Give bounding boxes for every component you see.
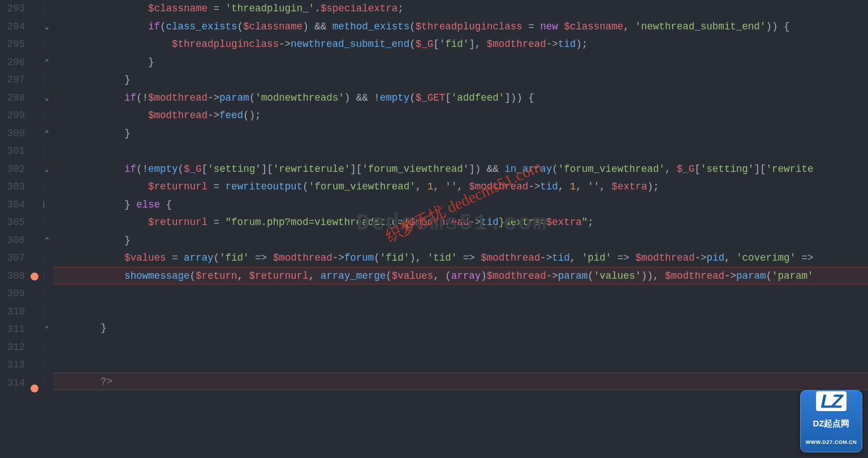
breakpoint-slot[interactable] (28, 89, 41, 107)
fold-marker[interactable]: ⎸ (41, 0, 53, 18)
line-number[interactable]: 293 (0, 0, 25, 18)
fold-marker[interactable]: ⌄ (41, 18, 53, 36)
breakpoint-slot[interactable] (28, 54, 41, 72)
logo-text-url: WWW.DZ7.COM.CN (806, 434, 857, 452)
code-line[interactable]: $classname = 'threadplugin_'.$specialext… (53, 0, 868, 18)
code-editor[interactable]: 2932942952962972982993003013023033043053… (0, 0, 868, 458)
code-line[interactable] (53, 355, 868, 373)
fold-marker[interactable]: ⎸ (41, 339, 53, 357)
line-number[interactable]: 296 (0, 54, 25, 72)
fold-marker[interactable]: ⎸ (41, 356, 53, 374)
logo-text-cn: DZ起点网 (813, 414, 850, 433)
code-line[interactable]: } (53, 319, 868, 338)
logo-mark: LZ (816, 391, 847, 412)
breakpoint-slot[interactable] (28, 249, 41, 267)
line-number[interactable]: 314 (0, 374, 25, 392)
breakpoint-slot[interactable] (28, 71, 41, 89)
line-number[interactable]: 309 (0, 285, 25, 303)
fold-gutter[interactable]: ⎸⌄⎸⌃⎸⌄⎸⌃⎸⌄⎸⎸⎸⌃⎸⎸⎸⎸⌃⎸⎸⎸ (41, 0, 53, 458)
site-logo-badge: LZ DZ起点网 WWW.DZ7.COM.CN (800, 390, 862, 452)
line-number[interactable]: 297 (0, 71, 25, 89)
fold-marker[interactable]: ⎸ (41, 178, 53, 196)
code-line[interactable]: } (53, 71, 868, 89)
code-line[interactable]: $values = array('fid' => $modthread->for… (53, 249, 868, 267)
breakpoint-icon[interactable] (31, 384, 38, 392)
code-line[interactable]: $modthread->feed(); (53, 107, 868, 125)
fold-marker[interactable]: ⌄ (41, 161, 53, 179)
code-line[interactable]: $threadpluginclass->newthread_submit_end… (53, 36, 868, 54)
line-number[interactable]: 305 (0, 214, 25, 232)
fold-marker[interactable]: ⎸ (41, 374, 53, 392)
line-number[interactable]: 310 (0, 303, 25, 321)
line-number[interactable]: 304 (0, 196, 25, 214)
fold-marker[interactable]: ⎸ (41, 142, 53, 161)
breakpoint-slot[interactable] (28, 18, 41, 36)
code-line[interactable]: } (53, 125, 868, 143)
line-number[interactable]: 312 (0, 339, 25, 357)
breakpoint-slot[interactable] (28, 361, 41, 379)
line-number[interactable]: 311 (0, 321, 25, 339)
code-line[interactable]: } else { (53, 196, 868, 214)
breakpoint-slot[interactable] (28, 0, 41, 18)
code-line[interactable] (53, 338, 868, 356)
breakpoint-slot[interactable] (28, 196, 41, 214)
line-number[interactable]: 299 (0, 107, 25, 125)
code-line[interactable]: $returnurl = rewriteoutput('forum_viewth… (53, 178, 868, 196)
breakpoint-slot[interactable] (28, 384, 41, 403)
line-number[interactable]: 300 (0, 125, 25, 143)
line-number[interactable]: 298 (0, 89, 25, 107)
breakpoint-slot[interactable] (28, 161, 41, 179)
fold-marker[interactable]: ⎸ (41, 285, 53, 303)
code-line[interactable] (53, 284, 868, 302)
breakpoint-slot[interactable] (28, 326, 41, 344)
fold-marker[interactable]: ⎸ (41, 196, 53, 214)
fold-marker[interactable]: ⎸ (41, 214, 53, 232)
breakpoint-slot[interactable] (28, 290, 41, 308)
code-line[interactable]: } (53, 54, 868, 72)
code-line[interactable] (53, 302, 868, 320)
code-line[interactable]: if(class_exists($classname) && method_ex… (53, 18, 868, 36)
breakpoint-slot[interactable] (28, 273, 41, 291)
fold-marker[interactable]: ⎸ (41, 71, 53, 89)
breakpoint-slot[interactable] (28, 125, 41, 143)
line-number[interactable]: 295 (0, 36, 25, 54)
breakpoint-slot[interactable] (28, 308, 41, 326)
fold-marker[interactable]: ⌃ (41, 125, 53, 143)
code-line[interactable]: showmessage($return, $returnurl, array_m… (53, 267, 868, 285)
breakpoint-slot[interactable] (28, 36, 41, 54)
fold-marker[interactable]: ⎸ (41, 249, 53, 267)
code-line[interactable]: } (53, 232, 868, 250)
breakpoint-slot[interactable] (28, 142, 41, 161)
breakpoint-slot[interactable] (28, 178, 41, 196)
breakpoint-slot[interactable] (28, 232, 41, 250)
line-number[interactable]: 308 (0, 267, 25, 286)
line-number[interactable]: 294 (0, 18, 25, 36)
line-number[interactable]: 313 (0, 356, 25, 374)
fold-marker[interactable]: ⎸ (41, 36, 53, 54)
line-number[interactable]: 301 (0, 142, 25, 161)
line-number[interactable]: 306 (0, 232, 25, 250)
fold-marker[interactable]: ⎸ (41, 107, 53, 125)
breakpoint-slot[interactable] (28, 344, 41, 362)
breakpoint-icon[interactable] (31, 273, 38, 280)
line-number-gutter[interactable]: 2932942952962972982993003013023033043053… (0, 0, 28, 458)
fold-marker[interactable]: ⎸ (41, 267, 53, 286)
breakpoint-gutter[interactable] (28, 0, 41, 458)
line-number[interactable]: 303 (0, 178, 25, 196)
fold-marker[interactable]: ⌃ (41, 232, 53, 250)
code-line[interactable]: if(!$modthread->param('modnewthreads') &… (53, 89, 868, 107)
line-number[interactable]: 307 (0, 249, 25, 267)
line-number[interactable]: 302 (0, 161, 25, 179)
fold-marker[interactable]: ⌃ (41, 54, 53, 72)
code-area[interactable]: $classname = 'threadplugin_'.$specialext… (53, 0, 868, 458)
code-line[interactable]: if(!empty($_G['setting']['rewriterule'][… (53, 161, 868, 179)
fold-marker[interactable]: ⎸ (41, 303, 53, 321)
fold-marker[interactable]: ⌄ (41, 89, 53, 107)
code-line[interactable] (53, 142, 868, 161)
breakpoint-slot[interactable] (28, 214, 41, 232)
breakpoint-slot[interactable] (28, 107, 41, 125)
code-line[interactable]: $returnurl = "forum.php?mod=viewthread&t… (53, 214, 868, 232)
fold-marker[interactable]: ⌃ (41, 321, 53, 339)
code-line[interactable]: ?> (53, 373, 868, 391)
